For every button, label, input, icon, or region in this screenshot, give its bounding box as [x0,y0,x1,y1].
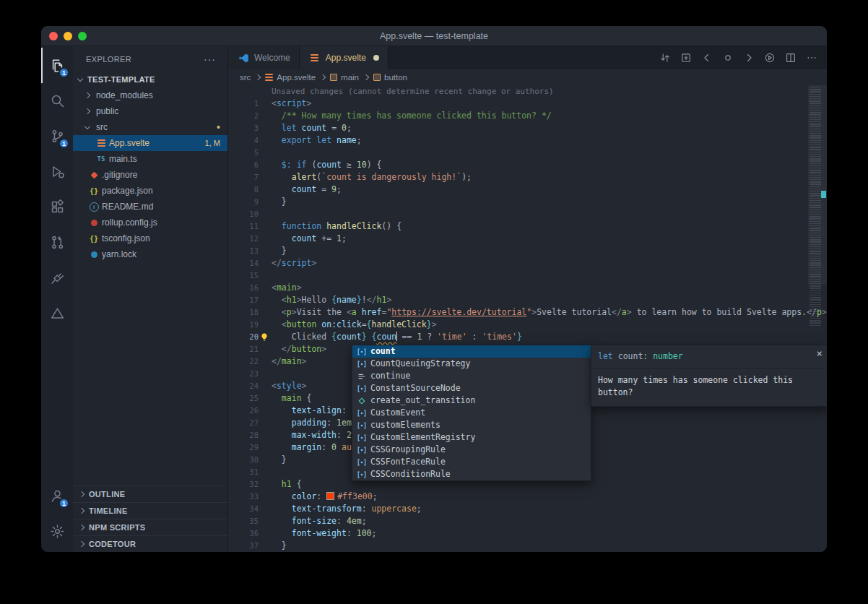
activity-item-settings[interactable] [41,514,73,549]
line-number: 14 [228,257,272,269]
line-content: } [272,245,827,257]
line-number: 31 [228,466,272,478]
tree-item-package-json[interactable]: {}package.json [73,183,227,199]
section-codetour[interactable]: CODETOUR [73,535,227,552]
line-content: $: if (count ≥ 10) { [272,159,827,171]
suggest-item-countqueuingstrategy[interactable]: CountQueuingStrategy [352,358,591,370]
breadcrumb-item-button[interactable]: button [373,73,407,82]
activity-item-source-control[interactable]: 1 [41,118,73,154]
code-line-34[interactable]: 34 text-transform: uppercase; [228,503,827,515]
tree-item-node-modules[interactable]: node_modules [73,87,227,103]
code-line-17[interactable]: 17 <h1>Hello {name}!</h1> [228,294,827,306]
code-line-3[interactable]: 3 let count = 0; [228,122,827,134]
code-line-6[interactable]: 6 $: if (count ≥ 10) { [228,159,827,171]
tree-item--gitignore[interactable]: .gitignore [73,167,227,183]
tree-item-tsconfig-json[interactable]: {}tsconfig.json [73,230,227,246]
section-npm-scripts[interactable]: NPM SCRIPTS [73,519,227,535]
code-line-37[interactable]: 37 } [228,540,827,552]
suggest-item-cssconditionrule[interactable]: CSSConditionRule [352,468,591,480]
code-line-18[interactable]: 18 <p>Visit the <a href="https://svelte.… [228,306,827,319]
explorer-more-actions-button[interactable]: ··· [204,53,216,65]
compare-changes-button[interactable] [655,48,674,68]
suggest-item-customelements[interactable]: customElements [352,419,591,431]
crumb-label: main [341,73,359,82]
tree-item-app-svelte[interactable]: App.svelte1, M [73,135,227,151]
title-bar[interactable]: App.svelte — test-template [41,26,827,46]
code-line-4[interactable]: 4 export let name; [228,134,827,147]
code-line-1[interactable]: 1<script> [228,98,827,110]
breadcrumb-item-app-svelte[interactable]: App.svelte [265,73,316,82]
breadcrumb-item-main[interactable]: main [330,73,359,82]
section-outline[interactable]: OUTLINE [73,486,227,502]
activity-item-explorer[interactable]: 1 [41,48,73,83]
activity-item-codetour[interactable] [41,295,73,331]
suggest-item-constantsourcenode[interactable]: ConstantSourceNode [352,382,591,394]
breadcrumb-item-src[interactable]: src [240,73,251,82]
code-line-8[interactable]: 8 count = 9; [228,184,827,196]
previous-change-button[interactable] [697,48,716,68]
tree-item-rollup-config-js[interactable]: rollup.config.js [73,215,227,230]
line-number: 33 [228,491,272,503]
code-line-15[interactable]: 15 [228,269,827,282]
zoom-window-button[interactable] [78,32,87,40]
code-line-19[interactable]: 19 <button on:click={handleClick}> [228,319,827,331]
tree-item-readme-md[interactable]: iREADME.md [73,199,227,215]
search-icon [50,93,65,108]
suggest-item-count[interactable]: count [352,345,591,358]
suggest-item-cssfontfacerule[interactable]: CSSFontFaceRule [352,456,591,468]
code-line-20[interactable]: 20 Clicked {count} {coun == 1 ? 'time' :… [228,331,827,343]
tab-app-svelte[interactable]: App.svelte [300,46,389,69]
code-line-36[interactable]: 36 font-weight: 100; [228,527,827,540]
activity-item-remote[interactable] [41,260,73,295]
code-line-5[interactable]: 5 [228,147,827,159]
tree-root-test-template[interactable]: TEST-TEMPLATE [73,72,227,87]
toggle-blame-button[interactable] [718,48,737,68]
dirty-indicator[interactable] [373,55,379,61]
code-line-2[interactable]: 2 /** How many times has someone clicked… [228,110,827,122]
section-timeline[interactable]: TIMELINE [73,502,227,519]
line-content: function handleClick() { [272,220,827,233]
code-line-14[interactable]: 14</script> [228,257,827,269]
next-change-button[interactable] [739,48,758,68]
code-line-13[interactable]: 13 } [228,245,827,257]
activity-item-pull-requests[interactable] [41,225,73,260]
tree-item-yarn-lock[interactable]: yarn.lock [73,246,227,262]
code-line-9[interactable]: 9 } [228,196,827,208]
suggest-item-cssgroupingrule[interactable]: CSSGroupingRule [352,444,591,456]
split-editor-button[interactable] [781,48,800,68]
code-line-35[interactable]: 35 font-size: 4em; [228,515,827,527]
code-editor[interactable]: Unsaved changes (cannot determine recent… [228,85,827,552]
run-file-button[interactable] [760,48,779,68]
tab-bar: WelcomeApp.svelte [228,46,827,69]
code-line-33[interactable]: 33 color: #ff3e00; [228,491,827,503]
close-icon[interactable]: × [817,348,823,358]
code-line-16[interactable]: 16<main> [228,282,827,294]
code-line-7[interactable]: 7 alert(`count is dangerously high!`); [228,171,827,184]
activity-item-extensions[interactable] [41,189,73,225]
code-line-10[interactable]: 10 [228,208,827,220]
tab-welcome[interactable]: Welcome [228,46,300,69]
suggest-label: count [370,345,396,358]
activity-item-search[interactable] [41,83,73,118]
tree-item-main-ts[interactable]: TSmain.ts [73,151,227,167]
tree-item-public[interactable]: public [73,103,227,119]
suggest-label: CountQueuingStrategy [370,358,470,370]
code-line-12[interactable]: 12 count += 1; [228,233,827,245]
suggest-item-customelementregistry[interactable]: CustomElementRegistry [352,431,591,444]
activity-item-run-debug[interactable] [41,154,73,189]
minimize-window-button[interactable] [64,32,72,40]
more-actions-button[interactable] [802,48,821,68]
close-window-button[interactable] [49,32,58,40]
activity-bar: 11 1 [41,46,73,552]
suggest-label: CSSGroupingRule [370,444,446,456]
color-swatch[interactable] [326,492,334,500]
suggest-item-create-out-transition[interactable]: create_out_transition [352,394,591,407]
open-changes-button[interactable] [676,48,695,68]
suggest-item-customevent[interactable]: CustomEvent [352,407,591,419]
suggest-item-continue[interactable]: continue [352,370,591,382]
code-line-11[interactable]: 11 function handleClick() { [228,220,827,233]
minimap-slider[interactable] [808,85,827,285]
tree-item-src[interactable]: src• [73,119,227,135]
suggest-signature: let count: number [591,345,827,368]
activity-item-account[interactable]: 1 [41,478,73,514]
